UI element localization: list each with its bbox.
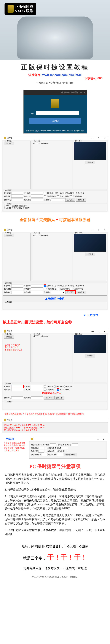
step-2: 2. 选择监控全群 <box>3 296 108 301</box>
xi6[interactable] <box>31 396 43 399</box>
i3[interactable] <box>11 288 23 290</box>
avoid-input[interactable] <box>11 195 23 198</box>
xc3[interactable] <box>64 386 66 388</box>
maximize-icon[interactable]: □ <box>96 228 102 232</box>
avoid-principal-input[interactable] <box>31 198 43 201</box>
l14: 工作模式 <box>44 291 50 294</box>
i1[interactable] <box>11 284 23 287</box>
notice-section: PC 保时捷双号注意事项 1. 可以搭配同省服务器，意思就是你在浙江杭州，那杭州… <box>0 460 110 542</box>
close-icon[interactable]: ✕ <box>102 228 108 232</box>
badge-line1: 正版保时捷 <box>15 4 33 9</box>
fc4[interactable] <box>55 450 57 452</box>
slot-checkbox-on[interactable] <box>57 389 59 391</box>
i6[interactable] <box>31 291 43 294</box>
scan-login-button[interactable]: 扫码登录 <box>85 161 95 164</box>
xc2[interactable] <box>54 386 56 388</box>
c4[interactable] <box>73 285 75 287</box>
note-5: 中间玩法 <box>3 437 26 441</box>
fi1[interactable] <box>50 444 56 446</box>
notice-item-3: 3. 出现无响应或者闪退的原因排查，如闪退，可能是系统过高或者出现不兼容的情况，… <box>5 494 105 511</box>
xb2[interactable]: 暂停工作 <box>54 396 65 400</box>
pause-work-button[interactable]: 暂停工作 <box>76 290 86 294</box>
monitor-all-checkbox[interactable] <box>44 285 46 287</box>
no-grab-send-checkbox[interactable] <box>54 192 56 194</box>
min[interactable]: — <box>90 329 96 334</box>
i4[interactable] <box>31 288 43 290</box>
c6[interactable] <box>57 288 59 290</box>
minimize-icon[interactable]: — <box>80 91 82 94</box>
no-grab-single-checkbox[interactable] <box>64 192 66 194</box>
login-button[interactable]: 卡密登录 <box>29 118 81 124</box>
login-key-input[interactable] <box>36 111 79 115</box>
label-avoid-principal: 免死金额 <box>24 199 31 201</box>
group-info-button[interactable]: 群组信息 <box>4 142 14 145</box>
fc2[interactable] <box>45 447 47 449</box>
principal-input[interactable] <box>31 195 43 198</box>
xi3[interactable] <box>11 388 23 391</box>
start-work-button[interactable]: 正式开工 <box>65 290 75 294</box>
m5[interactable]: — <box>95 437 101 441</box>
maximize-icon[interactable]: □ <box>96 136 102 140</box>
xc4[interactable] <box>44 389 46 391</box>
max[interactable]: □ <box>96 329 102 334</box>
fi3[interactable] <box>38 447 44 449</box>
tail-input[interactable] <box>31 192 43 194</box>
x2: 打秒数量 <box>24 386 31 388</box>
official-label: 认准官网: <box>28 73 41 76</box>
panel-group-info: 群组信息 <box>4 140 12 142</box>
note-3: 设置 7 意思就是拾给了 7 个包他的包弹尾完赛 89 包 如果 5 的还就秒完… <box>0 412 110 416</box>
footer-line2: 就是三个字， 干！干！干！ <box>0 550 110 564</box>
fi4[interactable] <box>62 447 68 449</box>
xi4[interactable] <box>31 388 43 391</box>
c7[interactable] <box>70 288 72 290</box>
close-icon[interactable]: ✕ <box>84 91 85 94</box>
label-tail: 打秒数量 <box>24 192 31 194</box>
xi5[interactable] <box>11 396 23 399</box>
fc1[interactable] <box>57 444 59 446</box>
logt: 工作日志 <box>4 301 12 303</box>
x5c[interactable]: ✕ <box>101 437 107 441</box>
fc3[interactable] <box>45 450 47 452</box>
s1[interactable] <box>51 291 65 294</box>
subtitle: *全新源码 *全新接口 *急速扫尾 <box>2 80 108 86</box>
fi5[interactable] <box>38 450 44 452</box>
no-grab-smallest-checkbox[interactable] <box>73 192 75 194</box>
xb1[interactable]: 正式开工 <box>44 396 54 400</box>
scan-login-button[interactable]: 扫码登录 <box>85 252 95 256</box>
fi7[interactable] <box>57 453 63 456</box>
pt1: 群组信息 <box>4 333 12 335</box>
i5[interactable] <box>11 291 23 294</box>
fi2[interactable] <box>72 444 78 446</box>
close-icon[interactable]: ✕ <box>102 136 108 140</box>
ct <box>74 335 106 353</box>
start-work-button[interactable]: 正式开工 <box>65 198 75 202</box>
c3[interactable] <box>64 285 66 287</box>
app-title: 保时捷 <box>7 330 12 332</box>
monitor-group-input[interactable] <box>11 192 23 194</box>
minimize-icon[interactable]: — <box>90 228 96 232</box>
xc1[interactable] <box>44 386 46 388</box>
app-icon <box>4 330 6 332</box>
pause-work-button[interactable]: 暂停工作 <box>76 198 86 202</box>
minimize-icon[interactable]: — <box>90 136 96 140</box>
xi1[interactable] <box>11 385 23 388</box>
ls[interactable]: 登录成功 <box>85 354 95 358</box>
work-mode-select[interactable] <box>51 198 65 201</box>
f6: 中值范围 <box>55 447 62 449</box>
fi6[interactable] <box>42 453 48 456</box>
cloak-checkbox[interactable] <box>70 196 72 197</box>
slot-checkbox[interactable] <box>57 196 59 197</box>
remark-checkbox[interactable] <box>44 196 46 197</box>
save-btn[interactable]: 保存配置透视 <box>64 453 77 456</box>
group-info-button[interactable]: 群组信息 <box>4 234 14 237</box>
thunder-input[interactable] <box>11 198 23 201</box>
b1[interactable]: 群组信息 <box>4 335 14 338</box>
xi2[interactable] <box>31 385 43 388</box>
close[interactable]: ✕ <box>102 329 108 334</box>
f1: 大杀安倍值或出现单数量 <box>31 444 49 446</box>
i2[interactable] <box>31 284 43 287</box>
c5[interactable] <box>44 288 46 290</box>
c2[interactable] <box>54 285 56 287</box>
monitor-all-checkbox[interactable] <box>44 192 46 194</box>
x1: 打秒喷雾 <box>4 386 11 388</box>
